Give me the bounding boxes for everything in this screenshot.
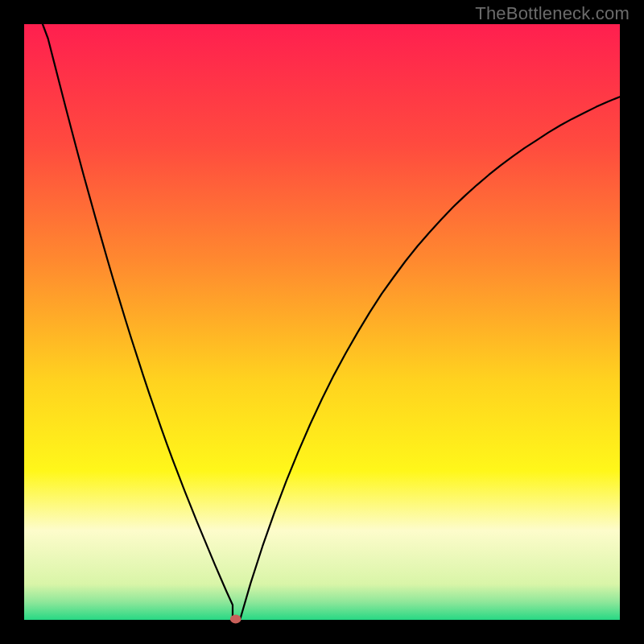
chart-svg [0, 0, 644, 644]
watermark-text: TheBottleneck.com [475, 3, 630, 24]
plot-background [24, 24, 620, 620]
chart-frame: TheBottleneck.com [0, 0, 644, 644]
optimum-marker [230, 615, 242, 624]
